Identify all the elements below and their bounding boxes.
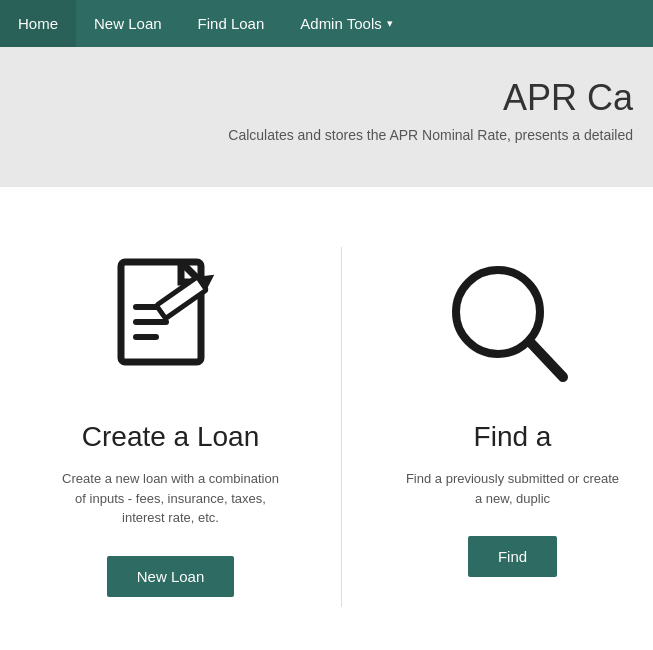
cards-area: Create a Loan Create a new loan with a c… (0, 187, 653, 650)
document-edit-icon (96, 247, 246, 397)
hero-banner: APR Ca Calculates and stores the APR Nom… (0, 47, 653, 187)
nav-admin-tools[interactable]: Admin Tools ▾ (282, 0, 410, 47)
create-loan-description: Create a new loan with a combination of … (61, 469, 281, 528)
nav-home[interactable]: Home (0, 0, 76, 47)
hero-title: APR Ca (20, 77, 633, 119)
admin-tools-dropdown-arrow: ▾ (387, 17, 393, 30)
create-loan-card: Create a Loan Create a new loan with a c… (0, 227, 341, 627)
svg-line-8 (530, 342, 563, 377)
nav-find-loan[interactable]: Find Loan (180, 0, 283, 47)
nav-new-loan[interactable]: New Loan (76, 0, 180, 47)
navbar: Home New Loan Find Loan Admin Tools ▾ (0, 0, 653, 47)
new-loan-button[interactable]: New Loan (107, 556, 235, 597)
create-loan-title: Create a Loan (82, 421, 259, 453)
hero-subtitle: Calculates and stores the APR Nominal Ra… (20, 127, 633, 143)
search-icon (438, 247, 588, 397)
find-loan-title: Find a (474, 421, 552, 453)
find-loan-button[interactable]: Find (468, 536, 557, 577)
find-loan-description: Find a previously submitted or create a … (403, 469, 623, 508)
find-loan-card: Find a Find a previously submitted or cr… (342, 227, 653, 627)
